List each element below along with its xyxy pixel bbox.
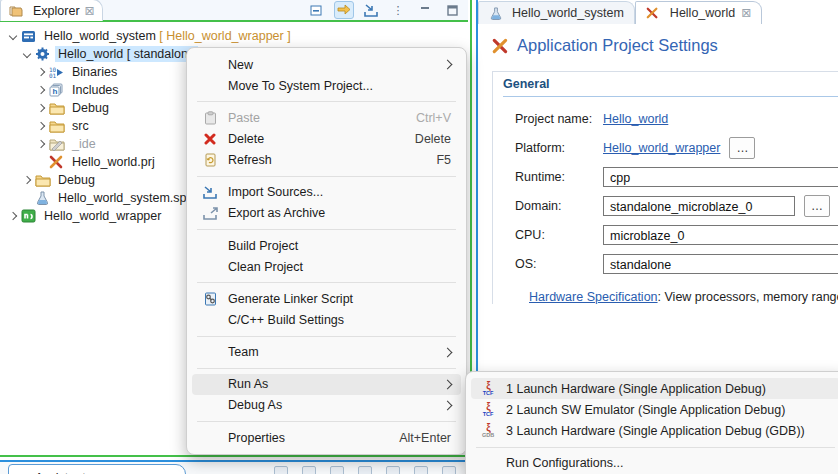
chevron-down-icon[interactable] <box>6 33 20 39</box>
folder-icon <box>48 118 65 134</box>
linker-script-icon <box>200 292 220 306</box>
submenu-item-launch-hardware-gdb[interactable]: ξGDB 3 Launch Hardware (Single Applicati… <box>471 421 838 442</box>
chevron-right-icon[interactable] <box>34 69 48 75</box>
menu-item-export-archive[interactable]: Export as Archive <box>192 203 461 224</box>
menu-separator <box>197 229 456 230</box>
editor-tabbar: Hello_world_system Hello_world ⊠ <box>478 0 838 24</box>
tree-row-hello-world-system[interactable]: Hello_world_system [ Hello_world_wrapper… <box>4 27 468 45</box>
project-name-link[interactable]: Hello_world <box>603 112 668 126</box>
svg-text:h: h <box>52 87 57 96</box>
chevron-down-icon[interactable] <box>20 51 34 57</box>
menu-item-clean-project[interactable]: Clean Project <box>192 256 461 277</box>
menu-separator <box>197 176 456 177</box>
toolbar-icon[interactable] <box>330 466 344 474</box>
tab-hello-world-system[interactable]: Hello_world_system <box>478 1 635 24</box>
toolbar-icon[interactable] <box>386 466 400 474</box>
toolbar-icon[interactable] <box>358 466 372 474</box>
includes-icon: h <box>48 82 65 98</box>
view-menu-icon[interactable]: ⋮ <box>388 1 408 19</box>
menu-item-team[interactable]: Team <box>192 342 461 363</box>
close-icon[interactable]: ⊠ <box>741 6 751 20</box>
menu-item-new[interactable]: New <box>192 54 461 75</box>
tree-label: Hello_world_system <box>44 29 156 43</box>
menu-item-build-project[interactable]: Build Project <box>192 235 461 256</box>
menu-item-debug-as[interactable]: Debug As <box>192 395 461 416</box>
platform-browse-button[interactable]: … <box>729 137 755 159</box>
collapse-all-icon[interactable] <box>307 1 327 19</box>
flask-icon <box>34 190 51 206</box>
maximize-icon[interactable] <box>442 1 462 19</box>
tree-label: Hello_world.prj <box>72 155 155 169</box>
import-icon <box>200 186 220 199</box>
menu-item-delete[interactable]: DeleteDelete <box>192 128 461 149</box>
tree-label: src <box>72 119 89 133</box>
menu-separator <box>197 336 456 337</box>
flask-icon <box>489 5 502 21</box>
folder-ide-icon <box>48 136 65 152</box>
explorer-tabbar: Explorer ⊠ ⋮ <box>0 0 468 22</box>
domain-label: Domain: <box>515 199 603 213</box>
tree-label: Includes <box>72 83 119 97</box>
tab-label: Hello_world <box>670 6 735 20</box>
domain-browse-button[interactable]: … <box>804 195 830 217</box>
submenu-item-run-configurations[interactable]: Run Configurations... <box>471 453 838 474</box>
submenu-arrow-icon <box>443 400 453 410</box>
runtime-field[interactable]: cpp <box>603 167 838 187</box>
runtime-label: Runtime: <box>515 170 603 184</box>
menu-item-generate-linker-script[interactable]: Generate Linker Script <box>192 288 461 309</box>
cpu-field[interactable]: microblaze_0 <box>603 225 838 245</box>
hardware-specification-link[interactable]: Hardware Specification <box>529 290 658 304</box>
submenu-item-launch-hardware[interactable]: ξTCF 1 Launch Hardware (Single Applicati… <box>471 378 838 399</box>
binaries-icon: 1001 <box>48 64 65 80</box>
tab-hello-world[interactable]: Hello_world ⊠ <box>635 1 762 24</box>
toolbar-icon[interactable] <box>274 466 288 474</box>
submenu-item-launch-sw-emulator[interactable]: ξTCF 2 Launch SW Emulator (Single Applic… <box>471 399 838 420</box>
menu-item-c-cpp-build-settings[interactable]: C/C++ Build Settings <box>192 309 461 330</box>
link-with-editor-icon[interactable] <box>334 1 354 19</box>
chevron-right-icon[interactable] <box>34 141 48 147</box>
domain-field[interactable]: standalone_microblaze_0 <box>603 196 795 216</box>
close-icon[interactable]: ⊠ <box>85 4 95 18</box>
import-icon[interactable] <box>361 1 381 19</box>
cpu-label: CPU: <box>515 228 603 242</box>
svg-text:01: 01 <box>49 72 57 79</box>
toolbar-icon[interactable] <box>414 466 428 474</box>
explorer-icon <box>7 3 24 19</box>
toolbar-icon[interactable] <box>302 466 316 474</box>
bottom-panel: Assistant ⊠ <box>0 455 466 474</box>
menu-item-run-as[interactable]: Run As <box>192 374 461 395</box>
project-settings-file-icon <box>48 154 65 170</box>
tree-label: Hello_world_system.sprj <box>58 191 193 205</box>
menu-item-move-to-system-project[interactable]: Move To System Project... <box>192 75 461 96</box>
menu-separator <box>197 101 456 102</box>
menu-item-refresh[interactable]: RefreshF5 <box>192 150 461 171</box>
menu-item-properties[interactable]: PropertiesAlt+Enter <box>192 427 461 448</box>
chevron-right-icon[interactable] <box>34 105 48 111</box>
minimize-icon[interactable] <box>415 1 435 19</box>
folder-icon <box>34 172 51 188</box>
hardware-specification-line: Hardware Specification: View processors,… <box>529 290 838 304</box>
run-as-submenu: ξTCF 1 Launch Hardware (Single Applicati… <box>465 371 838 474</box>
hardware-specification-text: : View processors, memory ranges and pe <box>658 290 838 304</box>
platform-link[interactable]: Hello_world_wrapper <box>603 141 720 155</box>
tab-assistant[interactable]: Assistant ⊠ <box>8 464 186 474</box>
chevron-right-icon[interactable] <box>34 123 48 129</box>
tools-icon <box>492 38 509 54</box>
explorer-tab[interactable]: Explorer ⊠ <box>0 0 103 21</box>
close-icon: ⊠ <box>92 471 102 474</box>
chevron-right-icon[interactable] <box>6 213 20 219</box>
paste-icon <box>200 111 220 125</box>
menu-item-paste[interactable]: PasteCtrl+V <box>192 107 461 128</box>
menu-separator <box>197 282 456 283</box>
platform-label: Platform: <box>515 141 603 155</box>
bottom-toolbar <box>274 466 456 474</box>
os-field[interactable]: standalone <box>603 254 838 274</box>
toolbar-icon[interactable] <box>442 466 456 474</box>
chevron-right-icon[interactable] <box>20 177 34 183</box>
menu-item-import-sources[interactable]: Import Sources... <box>192 182 461 203</box>
tree-label: Debug <box>72 101 109 115</box>
chevron-right-icon[interactable] <box>34 87 48 93</box>
submenu-arrow-icon <box>443 347 453 357</box>
project-settings-form: Project name: Hello_world Platform: Hell… <box>503 97 838 274</box>
os-label: OS: <box>515 257 603 271</box>
